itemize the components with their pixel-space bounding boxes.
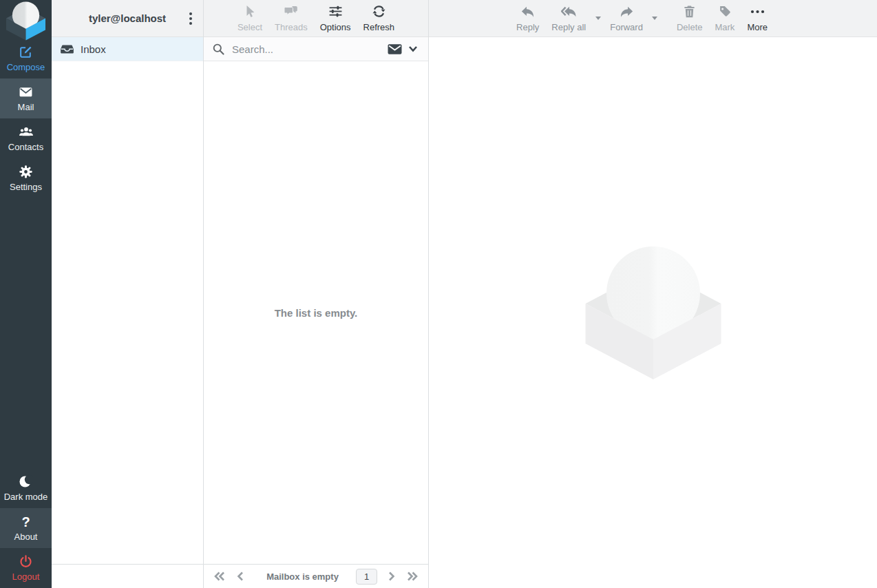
toolbar-label: Delete: [677, 22, 703, 32]
toolbar-label: Select: [237, 22, 262, 32]
message-view-area: [429, 37, 877, 588]
sidebar-item-dark-mode[interactable]: Dark mode: [0, 468, 52, 508]
sidebar-item-label: About: [14, 532, 38, 542]
sidebar-item-logout[interactable]: Logout: [0, 548, 52, 588]
next-page-button[interactable]: [383, 567, 401, 585]
compose-icon: [19, 45, 33, 59]
sidebar-spacer: [0, 198, 52, 468]
reply-button[interactable]: Reply: [510, 0, 545, 36]
last-page-button[interactable]: [403, 567, 421, 585]
kebab-menu-icon: [186, 11, 196, 26]
pagination-status: Mailbox is empty: [252, 571, 353, 582]
roundcube-watermark: [585, 245, 721, 381]
folder-list: Inbox: [52, 37, 203, 61]
sidebar-item-mail[interactable]: Mail: [0, 78, 52, 118]
sidebar-item-label: Settings: [10, 182, 42, 192]
message-content-pane: Reply Reply all: [429, 0, 877, 588]
forward-icon: [620, 5, 634, 19]
sidebar-item-label: Logout: [12, 571, 40, 582]
folders-footer: [52, 564, 203, 588]
message-list-area: The list is empty.: [204, 61, 428, 564]
taskmenu: Compose Mail: [0, 39, 52, 198]
ellipsis-icon: [750, 5, 765, 19]
select-button[interactable]: Select: [231, 0, 268, 36]
power-icon: [19, 554, 33, 569]
moon-icon: [19, 474, 33, 489]
options-button[interactable]: Options: [314, 0, 357, 36]
roundcube-logo-icon: [6, 1, 45, 41]
double-chevron-right-icon: [406, 571, 419, 582]
list-empty-message: The list is empty.: [275, 307, 358, 319]
message-list-toolbar: Select Threads: [204, 0, 428, 37]
tag-icon: [718, 5, 732, 19]
chevron-left-icon: [236, 571, 244, 582]
sidebar-item-label: Dark mode: [4, 492, 48, 502]
sliders-icon: [328, 5, 343, 19]
mail-icon: [19, 85, 33, 99]
comments-icon: [284, 5, 299, 19]
folders-pane: tyler@localhost Inbox: [52, 0, 204, 588]
toolbar-label: Refresh: [363, 22, 395, 32]
forward-button[interactable]: Forward: [604, 0, 649, 36]
message-toolbar: Reply Reply all: [429, 0, 877, 37]
roundcube-app: Compose Mail: [0, 0, 877, 588]
toolbar-label: Reply: [516, 22, 539, 32]
reply-all-icon: [561, 5, 577, 19]
sidebar-item-about[interactable]: ? About: [0, 508, 52, 548]
message-list-pane: Select Threads: [204, 0, 429, 588]
refresh-icon: [372, 5, 386, 19]
double-chevron-left-icon: [213, 571, 226, 582]
toolbar-label: Mark: [715, 22, 735, 32]
account-title: tyler@localhost: [89, 12, 166, 24]
search-scope-button[interactable]: [385, 43, 420, 55]
chevron-down-icon: [408, 45, 418, 52]
settings-icon: [19, 165, 33, 179]
caret-down-icon: [652, 17, 657, 20]
mouse-pointer-icon: [244, 5, 256, 19]
mark-button[interactable]: Mark: [708, 0, 741, 36]
search-icon: [212, 43, 225, 56]
contacts-icon: [19, 125, 34, 139]
toolbar-label: Reply all: [551, 22, 586, 32]
reply-all-button[interactable]: Reply all: [545, 0, 592, 36]
folder-item-inbox[interactable]: Inbox: [52, 37, 203, 61]
page-number-input[interactable]: [356, 569, 377, 585]
delete-button[interactable]: Delete: [670, 0, 709, 36]
trash-icon: [683, 5, 696, 19]
pagination-bar: Mailbox is empty: [204, 564, 428, 588]
caret-down-icon: [595, 17, 601, 20]
more-button[interactable]: More: [741, 0, 774, 36]
roundcube-logo[interactable]: [0, 0, 52, 39]
toolbar-label: Threads: [275, 22, 308, 32]
folders-empty-area: [52, 61, 203, 564]
toolbar-spacer: [661, 0, 670, 36]
refresh-button[interactable]: Refresh: [357, 0, 401, 36]
search-bar: [204, 37, 428, 61]
sidebar-item-settings[interactable]: Settings: [0, 158, 52, 198]
sidebar-item-compose[interactable]: Compose: [0, 39, 52, 78]
first-page-button[interactable]: [211, 567, 229, 585]
inbox-icon: [61, 44, 74, 54]
folder-label: Inbox: [81, 43, 106, 55]
previous-page-button[interactable]: [231, 567, 249, 585]
search-scope-envelope-icon: [388, 43, 402, 55]
threads-button[interactable]: Threads: [268, 0, 314, 36]
reply-icon: [520, 5, 535, 19]
toolbar-label: More: [747, 22, 768, 32]
question-icon: ?: [21, 514, 30, 529]
taskmenu-sidebar: Compose Mail: [0, 0, 52, 588]
sidebar-item-label: Contacts: [8, 142, 43, 152]
search-input[interactable]: [232, 43, 379, 55]
folders-header: tyler@localhost: [52, 0, 203, 37]
forward-dropdown-button[interactable]: [649, 0, 661, 36]
sidebar-item-label: Compose: [7, 62, 45, 72]
sidebar-item-contacts[interactable]: Contacts: [0, 118, 52, 158]
chevron-right-icon: [388, 571, 396, 582]
toolbar-label: Forward: [610, 22, 643, 32]
toolbar-label: Options: [320, 22, 351, 32]
reply-all-dropdown-button[interactable]: [592, 0, 604, 36]
folders-menu-button[interactable]: [183, 8, 198, 29]
sidebar-item-label: Mail: [18, 102, 34, 112]
taskmenu-bottom: Dark mode ? About Logout: [0, 468, 52, 588]
